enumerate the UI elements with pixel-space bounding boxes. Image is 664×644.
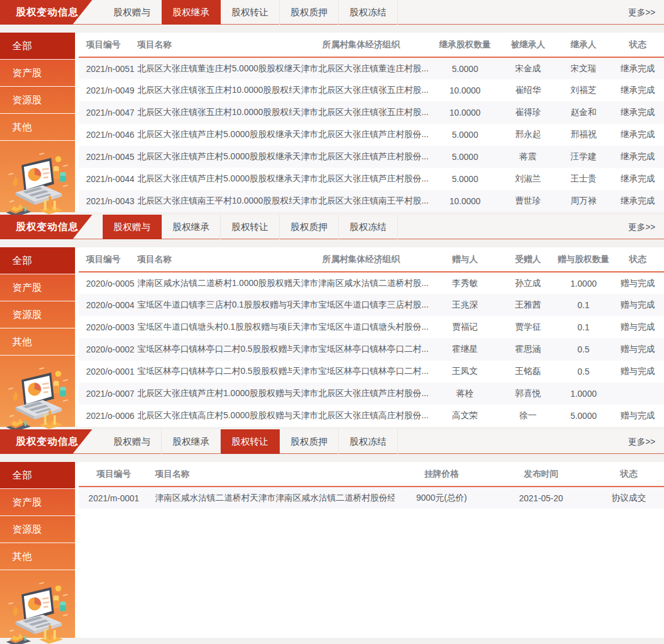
sidebar-item[interactable]: 资产股 <box>0 60 75 87</box>
sidebar-item[interactable]: 资源股 <box>0 516 75 543</box>
more-link[interactable]: 更多>> <box>628 0 655 25</box>
tab[interactable]: 股权转让 <box>221 215 280 239</box>
tab[interactable]: 股权继承 <box>162 0 221 25</box>
cell: 北辰区大张庄镇高庄村5.0000股股权赠与... <box>137 405 292 427</box>
cell: 5.0000 <box>556 405 611 427</box>
cell: 2021/o-0006 <box>79 405 137 427</box>
column-header: 项目名称 <box>137 33 292 57</box>
cell: 继承完成 <box>611 79 664 101</box>
cell: 刘福芝 <box>556 79 611 101</box>
sidebar-item[interactable]: 资源股 <box>0 87 75 114</box>
sidebar-item[interactable]: 全部 <box>0 462 75 489</box>
table-row[interactable]: 2020/o-0002宝坻区林亭口镇林亭口二村0.5股股权赠与...天津市宝坻区… <box>79 338 664 360</box>
inheritance-table: 项目编号项目名称所属村集体经济组织继承股权数量被继承人继承人状态2021/n-0… <box>79 33 664 212</box>
table-row[interactable]: 2021/n-0047北辰区大张庄镇张五庄村10.0000股股权继...天津市北… <box>79 101 664 124</box>
tab[interactable]: 股权赠与 <box>103 0 162 25</box>
cell: 2020/o-0004 <box>79 294 137 316</box>
sidebar-item[interactable]: 资源股 <box>0 301 75 328</box>
tab[interactable]: 股权转让 <box>221 0 280 25</box>
cell: 王雅茜 <box>500 294 555 316</box>
column-header: 所属村集体经济组织 <box>292 33 430 57</box>
tab[interactable]: 股权质押 <box>280 0 339 25</box>
cell: 2021/n-0046 <box>79 124 137 146</box>
table-row[interactable]: 2021/n-0045北辰区大张庄镇芦庄村5.0000股股权继承...天津市北辰… <box>79 146 664 168</box>
cell: 宝坻区林亭口镇林亭口二村0.5股股权赠与... <box>137 338 292 360</box>
tab[interactable]: 股权冻结 <box>339 215 398 239</box>
section-equity-inheritance: 股权变动信息 股权赠与 股权继承 股权转让 股权质押 股权冻结 更多>> 全部 <box>0 0 664 212</box>
tab[interactable]: 股权赠与 <box>103 429 162 454</box>
table-row[interactable]: 2020/o-0001宝坻区林亭口镇林亭口二村0.5股股权赠与...天津市宝坻区… <box>79 360 664 383</box>
column-header: 项目名称 <box>137 247 292 272</box>
table-row[interactable]: 2020/o-0003宝坻区牛道口镇塘头村0.1股股权赠与项目天津市宝坻区牛道口… <box>79 316 664 338</box>
section-header-bar: 股权变动信息 股权赠与 股权继承 股权转让 股权质押 股权冻结 更多>> <box>0 0 664 25</box>
tab[interactable]: 股权质押 <box>280 429 339 454</box>
sidebar-item[interactable]: 资产股 <box>0 274 75 301</box>
table-row[interactable]: 2021/n-0049北辰区大张庄镇张五庄村10.0000股股权继...天津市北… <box>79 79 664 101</box>
table-row[interactable]: 2021/n-0046北辰区大张庄镇芦庄村5.0000股股权继承...天津市北辰… <box>79 124 664 146</box>
tab[interactable]: 股权质押 <box>280 215 339 239</box>
cell: 天津市北辰区大张庄镇张五庄村股... <box>292 101 430 124</box>
cell: 2021/n-0051 <box>79 57 137 79</box>
cell: 蒋震 <box>500 146 555 168</box>
table-row[interactable]: 2021/n-0043北辰区大张庄镇南王平村10.0000股股权继...天津市北… <box>79 190 664 212</box>
cell: 宋文瑞 <box>556 57 611 79</box>
cell: 5.0000 <box>430 124 500 146</box>
table-row[interactable]: 2021/o-0007北辰区大张庄镇芦庄村1.0000股股权赠与...天津市北辰… <box>79 383 664 405</box>
sidebar-item[interactable]: 全部 <box>0 33 75 60</box>
cell: 北辰区大张庄镇张五庄村10.0000股股权继... <box>137 79 292 101</box>
header-row: 项目编号项目名称所属村集体经济组织继承股权数量被继承人继承人状态 <box>79 33 664 57</box>
sidebar-item[interactable]: 其他 <box>0 328 75 356</box>
column-header: 赠与人 <box>430 247 500 272</box>
tab[interactable]: 股权冻结 <box>339 429 398 454</box>
sidebar-item[interactable]: 资产股 <box>0 489 75 516</box>
more-link[interactable]: 更多>> <box>628 429 655 454</box>
cell: 天津市北辰区大张庄镇张五庄村股... <box>292 79 430 101</box>
sidebar-item[interactable]: 全部 <box>0 247 75 274</box>
cell: 继承完成 <box>611 168 664 190</box>
table-row[interactable]: 2021/n-0044北辰区大张庄镇芦庄村5.0000股股权继承...天津市北辰… <box>79 168 664 190</box>
tab[interactable]: 股权转让 <box>221 429 280 454</box>
sidebar-item[interactable]: 其他 <box>0 114 75 141</box>
cell: 北辰区大张庄镇南王平村10.0000股股权继... <box>137 190 292 212</box>
cell: 北辰区大张庄镇芦庄村1.0000股股权赠与... <box>137 383 292 405</box>
table-row[interactable]: 2020/o-0005津南区咸水沽镇二道桥村1.0000股股权赠...天津市津南… <box>79 272 664 294</box>
sidebar-item[interactable]: 其他 <box>0 543 75 570</box>
tab[interactable]: 股权赠与 <box>103 215 162 239</box>
column-header: 赠与股权数量 <box>556 247 611 272</box>
cell: 5.0000 <box>430 146 500 168</box>
table-row[interactable]: 2021/n-0051北辰区大张庄镇董连庄村5.0000股股权继...天津市北辰… <box>79 57 664 79</box>
cell: 王凤文 <box>430 360 500 383</box>
cell: 郭喜悦 <box>500 383 555 405</box>
section-header-bar: 股权变动信息 股权赠与 股权继承 股权转让 股权质押 股权冻结 更多>> <box>0 215 664 239</box>
column-header: 状态 <box>611 33 664 57</box>
cell: 天津市北辰区大张庄镇董连庄村股... <box>292 57 430 79</box>
tab[interactable]: 股权继承 <box>162 215 221 239</box>
column-header: 项目名称 <box>149 462 395 487</box>
cell: 李秀敏 <box>430 272 500 294</box>
cell: 赵金和 <box>556 101 611 124</box>
cell: 2021/n-0049 <box>79 79 137 101</box>
cell: 继承完成 <box>611 190 664 212</box>
more-link[interactable]: 更多>> <box>628 215 655 239</box>
table-area: 项目编号项目名称所属村集体经济组织继承股权数量被继承人继承人状态2021/n-0… <box>75 33 664 212</box>
table-row[interactable]: 2020/o-0004宝坻区牛道口镇李三店村0.1股股权赠与项目天津市宝坻区牛道… <box>79 294 664 316</box>
cell: 继承完成 <box>611 124 664 146</box>
cell: 天津市北辰区大张庄镇高庄村股份... <box>292 405 430 427</box>
cell: 赠与完成 <box>611 405 664 427</box>
cell: 天津市北辰区大张庄镇芦庄村股份... <box>292 383 430 405</box>
table-row[interactable]: 2021/o-0006北辰区大张庄镇高庄村5.0000股股权赠与...天津市北辰… <box>79 405 664 427</box>
cell: 天津市宝坻区林亭口镇林亭口二村... <box>292 338 430 360</box>
cell: 10.0000 <box>430 101 500 124</box>
cell: 天津市宝坻区牛道口镇李三店村股... <box>292 294 430 316</box>
cell: 霍继星 <box>430 338 500 360</box>
section-banner: 股权变动信息 <box>0 215 92 239</box>
tab[interactable]: 股权继承 <box>162 429 221 454</box>
cell: 2021/n-0047 <box>79 101 137 124</box>
cell: 继承完成 <box>611 101 664 124</box>
column-header: 所属村集体经济组织 <box>292 247 430 272</box>
table-row[interactable]: 2021/m-0001津南区咸水沽镇二道桥村天津市津南区咸水沽镇二道桥村股份经.… <box>79 487 664 509</box>
cell: 2021/m-0001 <box>79 487 149 509</box>
tab[interactable]: 股权冻结 <box>339 0 398 25</box>
column-header: 项目编号 <box>79 247 137 272</box>
cell: 高文荣 <box>430 405 500 427</box>
